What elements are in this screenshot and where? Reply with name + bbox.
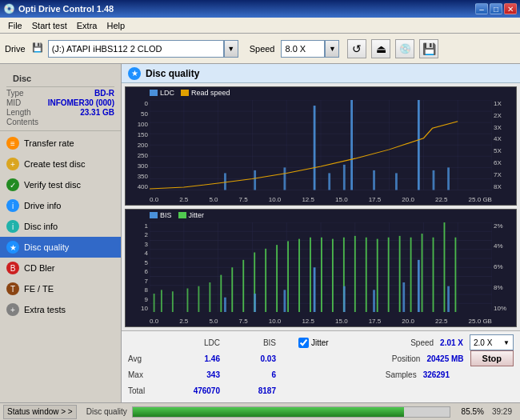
svg-rect-21 [254,170,256,190]
title-bar: 💿 Opti Drive Control 1.48 – □ ✕ [0,0,520,18]
sidebar-item-disc-info-label: Disc info [24,222,58,231]
jitter-checkbox[interactable] [298,338,309,348]
svg-rect-80 [444,222,446,313]
bis-legend-color [150,212,158,218]
position-group: Position 20425 MB Stop [392,350,514,366]
drive-dropdown-button[interactable]: ▼ [224,40,238,58]
max-ldc: 343 [180,370,220,379]
svg-rect-70 [332,238,334,312]
stop-button[interactable]: Stop [470,350,514,366]
svg-rect-27 [373,170,375,190]
read-speed-legend-label: Read speed [191,89,230,97]
menu-start-test[interactable]: Start test [27,20,72,31]
sidebar-item-disc-info[interactable]: i Disc info [0,216,121,237]
refresh-button[interactable]: ↺ [347,39,366,58]
transfer-rate-icon: ≡ [6,137,19,150]
svg-rect-79 [433,237,434,312]
chart1-x-axis: 0.0 2.5 5.0 7.5 10.0 12.5 15.0 17.5 20.0… [150,196,492,203]
status-progress-area: Disc quality 85.5% [80,406,484,418]
sidebar-item-disc-quality[interactable]: ★ Disc quality [0,237,121,258]
svg-rect-87 [373,290,375,312]
drive-label: Drive [5,44,26,54]
save-button[interactable]: 💾 [419,39,438,58]
svg-rect-20 [224,173,226,190]
minimize-button[interactable]: – [475,3,488,14]
sidebar-item-fe-te[interactable]: T FE / TE [0,278,121,299]
speed-select[interactable]: 8.0 X [281,40,325,58]
extra-tests-icon: + [6,303,19,316]
col-header-bis: BIS [236,338,276,347]
disc-type-value: BD-R [94,89,114,98]
disc-type-label: Type [6,89,24,98]
svg-rect-83 [254,294,256,312]
svg-rect-82 [224,297,226,312]
speed-box[interactable]: 2.0 X ▼ [470,334,514,350]
svg-rect-64 [265,248,266,312]
chart-bis: 10 9 8 7 6 5 4 3 2 1 10% 8% 6% 4% [125,209,517,328]
svg-rect-75 [388,237,390,312]
sidebar-item-transfer-rate-label: Transfer rate [24,138,74,148]
sidebar-item-verify-test-disc[interactable]: ✓ Verify test disc [0,174,121,195]
total-label: Total [128,386,164,395]
sidebar-item-verify-test-disc-label: Verify test disc [24,180,81,190]
sidebar-item-extra-tests-label: Extra tests [24,305,66,314]
main-area: Disc Type BD-R MID INFOMER30 (000) Lengt… [0,64,520,402]
sidebar-item-drive-info[interactable]: i Drive info [0,195,121,216]
status-window-button[interactable]: Status window > > [3,405,77,419]
svg-rect-72 [354,235,356,312]
sidebar-item-transfer-rate[interactable]: ≡ Transfer rate [0,133,121,154]
sidebar-item-extra-tests[interactable]: + Extra tests [0,299,121,320]
sidebar-item-cd-bler[interactable]: B CD Bler [0,258,121,278]
sidebar-item-create-test-disc[interactable]: + Create test disc [0,154,121,174]
disc-section-title: Disc [6,70,114,87]
svg-rect-24 [328,173,330,190]
samples-value: 326291 [423,370,450,379]
disc-contents-label: Contents [6,118,38,126]
disc-length-label: Length [6,108,31,117]
svg-rect-86 [343,286,346,312]
chart-ldc: 400 350 300 250 200 150 100 50 0 8X 7X 6… [125,86,517,206]
menu-extra[interactable]: Extra [72,20,102,31]
disc-info-icon: i [6,220,19,233]
toolbar: Drive 💾 (J:) ATAPI iHBS112 2 CLOD ▼ Spee… [0,34,520,64]
disc-mid-label: MID [6,98,21,107]
svg-rect-28 [395,173,398,190]
svg-rect-77 [410,237,412,312]
content-header-icon: ★ [128,67,141,80]
svg-rect-23 [314,106,316,190]
fe-te-icon: T [6,282,19,295]
maximize-button[interactable]: □ [490,3,502,14]
read-speed-legend-color [181,90,189,96]
progress-bar [132,406,450,418]
drive-select[interactable]: (J:) ATAPI iHBS112 2 CLOD [48,40,224,58]
eject-button[interactable]: ⏏ [371,39,390,58]
bis-legend-label: BIS [160,211,172,219]
content-header-title: Disc quality [146,68,199,79]
disc-icon-button[interactable]: 💿 [395,39,414,58]
jitter-checkbox-group[interactable]: Jitter [298,338,329,348]
disc-type-row: Type BD-R [6,89,114,98]
close-button[interactable]: ✕ [504,3,517,14]
chart1-y-right: 8X 7X 6X 5X 4X 3X 2X 1X [492,100,516,190]
speed-right-group: Speed 2.01 X 2.0 X ▼ [410,334,514,350]
position-value: 20425 MB [426,354,463,363]
svg-rect-62 [242,259,244,312]
menu-help[interactable]: Help [102,20,130,31]
svg-rect-69 [321,237,322,312]
disc-info-section: Disc Type BD-R MID INFOMER30 (000) Lengt… [0,67,121,131]
position-label: Position [392,354,421,363]
status-time: 39:29 [487,407,517,416]
cd-bler-icon: B [6,262,19,274]
menu-bar: File Start test Extra Help [0,18,520,34]
menu-file[interactable]: File [3,20,27,31]
sidebar-item-disc-quality-label: Disc quality [24,242,69,252]
svg-rect-74 [377,238,378,312]
jitter-label: Jitter [311,338,329,347]
content-area: ★ Disc quality 400 350 300 250 200 150 1… [122,64,520,402]
svg-rect-22 [283,167,286,190]
speed-dropdown-button[interactable]: ▼ [325,40,339,58]
svg-rect-55 [161,290,162,312]
progress-pct: 85.5% [455,407,484,416]
avg-bis: 0.03 [236,354,276,363]
svg-rect-78 [422,234,423,312]
